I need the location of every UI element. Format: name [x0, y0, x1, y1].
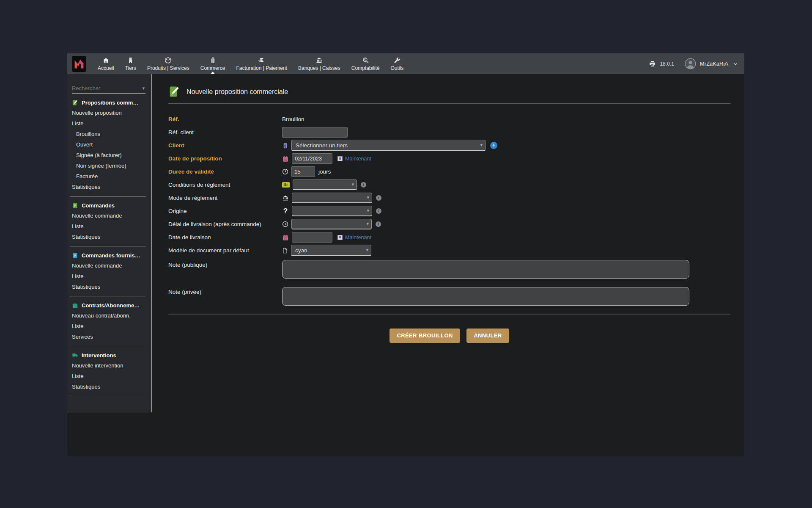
search-input[interactable] — [72, 85, 142, 91]
contract-icon — [72, 302, 78, 309]
nav-item-commerce[interactable]: Commerce — [195, 53, 231, 74]
nav-item-comptabilite[interactable]: € Comptabilité — [346, 53, 385, 74]
origine-select[interactable]: ▾ — [292, 206, 372, 216]
sidebar-item[interactable]: Signée (à facturer) — [67, 150, 151, 160]
sidebar-search: ▾ — [72, 83, 145, 94]
nav-label: Outils — [391, 65, 404, 71]
sidebar-item[interactable]: Ouvert — [67, 139, 151, 150]
caret-down-icon: ▾ — [367, 208, 369, 213]
search-euro-icon: € — [362, 57, 369, 64]
info-icon[interactable]: i — [376, 221, 381, 227]
modele-document-select[interactable]: cyan ▾ — [291, 245, 371, 256]
sidebar-item[interactable]: Brouillons — [67, 129, 151, 139]
printer-icon[interactable] — [649, 60, 656, 67]
sidebar-item[interactable]: Facturée — [67, 171, 151, 182]
form-row-conditions-reglement: Conditions de règlement $≡ ▾ i — [168, 178, 730, 191]
dolibarr-logo-icon[interactable] — [72, 56, 86, 72]
client-select[interactable]: Sélectionner un tiers ▾ — [291, 140, 486, 151]
field-label: Date de livraison — [168, 234, 282, 240]
sidebar-section-commandes[interactable]: Commandes — [67, 196, 151, 210]
cancel-button[interactable]: ANNULER — [466, 329, 509, 343]
mode-reglement-select[interactable]: ▾ — [292, 193, 372, 203]
username-menu[interactable]: MrZaKaRiA — [700, 61, 728, 67]
sidebar-item[interactable]: Services — [67, 331, 151, 342]
add-client-button[interactable]: + — [490, 142, 497, 149]
info-icon[interactable]: i — [376, 195, 381, 201]
sidebar-item[interactable]: Liste — [67, 371, 151, 381]
nav-label: Accueil — [98, 65, 114, 71]
building-icon — [127, 57, 134, 64]
sidebar-section-interventions[interactable]: Interventions — [67, 346, 151, 360]
sidebar-item[interactable]: Liste — [67, 118, 151, 129]
note-publique-textarea[interactable] — [282, 260, 689, 279]
clock-icon — [282, 221, 288, 227]
nav-label: Commerce — [200, 65, 225, 71]
info-icon[interactable]: i — [376, 208, 381, 214]
sidebar-item[interactable]: Statistiques — [67, 282, 151, 292]
sidebar-item[interactable]: Statistiques — [67, 182, 151, 192]
sidebar-item[interactable]: Statistiques — [67, 232, 151, 242]
nav-item-facturation-paiement[interactable]: Facturation | Paiement — [230, 53, 293, 74]
calendar-icon — [282, 155, 289, 162]
sidebar-section-commandes-fournisseurs[interactable]: Commandes fournis… — [67, 246, 151, 260]
form-row-ref-client: Réf. client — [168, 126, 730, 139]
cube-icon — [165, 57, 172, 64]
create-draft-button[interactable]: CRÉER BROUILLON — [390, 329, 460, 343]
sidebar-item[interactable]: Statistiques — [67, 381, 151, 392]
sidebar-item[interactable]: Nouveau contrat/abonn. — [67, 310, 151, 321]
chevron-down-icon[interactable] — [733, 61, 738, 66]
nav-item-produits-services[interactable]: Produits | Services — [142, 53, 195, 74]
conditions-reglement-select[interactable]: ▾ — [293, 179, 357, 190]
field-label: Réf. — [168, 116, 282, 122]
svg-text:€: € — [364, 58, 366, 61]
field-label: Client — [168, 142, 282, 149]
sidebar-item[interactable]: Liste — [67, 271, 151, 282]
supplier-order-icon — [72, 252, 78, 259]
calendar-icon — [282, 234, 289, 241]
sidebar-item[interactable]: Nouvelle proposition — [67, 108, 151, 118]
sidebar-item[interactable]: Nouvelle commande — [67, 260, 151, 271]
nav-item-banques-caisses[interactable]: Banques | Caisses — [293, 53, 346, 74]
nav-item-accueil[interactable]: Accueil — [92, 53, 120, 74]
sidebar-section-propositions[interactable]: Propositions comm… — [67, 94, 151, 108]
sidebar-item[interactable]: Liste — [67, 321, 151, 331]
user-avatar[interactable] — [685, 58, 696, 69]
caret-down-icon: ▾ — [366, 247, 368, 253]
form-row-mode-reglement: Mode de règlement ▾ i — [168, 191, 730, 204]
client-select-value: Sélectionner un tiers — [296, 142, 348, 149]
sidebar-item[interactable]: Liste — [67, 221, 151, 232]
nav-item-outils[interactable]: Outils — [385, 53, 409, 74]
main-content: Nouvelle proposition commerciale Réf. Br… — [152, 74, 744, 456]
note-privee-textarea[interactable] — [282, 287, 689, 306]
divider — [70, 396, 146, 396]
duree-validite-input[interactable] — [291, 166, 315, 177]
field-label: Modèle de document par défaut — [168, 247, 282, 254]
now-calendar-icon — [337, 156, 343, 161]
date-livraison-input[interactable] — [292, 232, 332, 243]
field-label: Mode de règlement — [168, 195, 282, 201]
caret-down-icon: ▾ — [366, 221, 369, 226]
sidebar-item[interactable]: Nouvelle commande — [67, 210, 151, 221]
now-link[interactable]: Maintenant — [337, 235, 371, 240]
now-calendar-icon — [337, 235, 343, 240]
ref-client-input[interactable] — [282, 127, 348, 138]
payment-terms-icon: $≡ — [282, 182, 290, 188]
nav-item-tiers[interactable]: Tiers — [120, 53, 142, 74]
top-navbar: Accueil Tiers Produits | Services Commer… — [67, 53, 744, 74]
sidebar-item[interactable]: Non signée (fermée) — [67, 160, 151, 171]
field-label: Réf. client — [168, 129, 282, 135]
now-link[interactable]: Maintenant — [337, 156, 371, 162]
section-title: Commandes — [82, 202, 115, 209]
sidebar-section-contrats[interactable]: Contrats/Abonneme… — [67, 296, 151, 310]
nav-label: Tiers — [125, 65, 136, 71]
navbar-right: 18.0.1 MrZaKaRiA — [649, 58, 738, 69]
delai-livraison-select[interactable]: ▾ — [291, 219, 372, 229]
sidebar-item[interactable]: Nouvelle intervention — [67, 360, 151, 371]
caret-down-icon: ▾ — [367, 195, 369, 200]
bank-icon — [315, 57, 323, 64]
nav-label: Produits | Services — [147, 65, 189, 71]
caret-down-icon[interactable]: ▾ — [142, 86, 145, 91]
date-proposition-input[interactable] — [292, 153, 332, 164]
nav-label: Facturation | Paiement — [236, 65, 287, 71]
info-icon[interactable]: i — [361, 182, 366, 188]
